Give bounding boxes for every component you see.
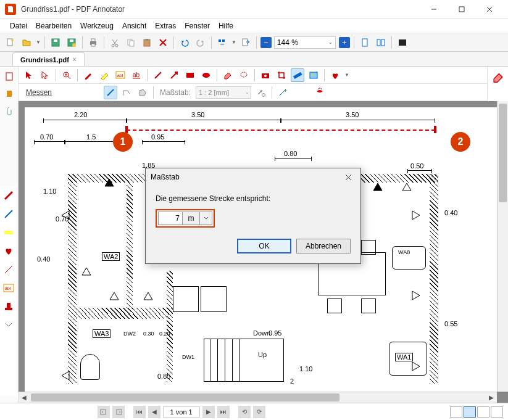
panel-attachment-icon[interactable] — [2, 104, 17, 118]
next-page-button[interactable]: ▶ — [202, 406, 215, 418]
new-button[interactable] — [4, 36, 17, 49]
single-page-button[interactable] — [358, 36, 372, 49]
pan-icon[interactable] — [38, 68, 52, 82]
copy-button[interactable] — [124, 36, 138, 49]
layout-two-icon[interactable] — [477, 406, 489, 418]
last-page-button[interactable]: ⏭ — [217, 406, 230, 418]
dim-text: 1.10 — [299, 365, 312, 373]
tab-close-icon[interactable]: × — [73, 56, 77, 63]
thumb-next-icon[interactable] — [112, 406, 125, 418]
layout-continuous-icon[interactable] — [464, 406, 476, 418]
right-eraser-icon[interactable] — [491, 70, 505, 84]
text-underline-icon[interactable]: ab — [130, 68, 143, 82]
zoom-tool-icon[interactable] — [60, 68, 73, 82]
maximize-button[interactable] — [448, 0, 475, 19]
measure-label[interactable]: Messen — [22, 88, 56, 97]
distance-value-input[interactable] — [158, 212, 183, 225]
tab-grundriss1[interactable]: Grundriss1.pdf × — [12, 52, 85, 66]
find-dropdown[interactable]: ▼ — [231, 39, 236, 45]
save-as-button[interactable] — [65, 36, 78, 49]
page-indicator[interactable]: 1 von 1 — [163, 406, 200, 418]
fav-pen-red-icon[interactable] — [2, 189, 15, 202]
delete-button[interactable] — [156, 36, 170, 49]
menu-edit[interactable]: Bearbeiten — [32, 20, 75, 31]
panel-bookmark-icon[interactable] — [2, 86, 17, 101]
eraser-icon[interactable] — [221, 68, 235, 82]
cancel-button[interactable]: Abbrechen — [296, 239, 351, 253]
measure-icon[interactable] — [291, 68, 304, 82]
horizontal-scrollbar[interactable]: ◀ ▶ — [19, 392, 497, 403]
dialog-close-button[interactable] — [341, 171, 356, 183]
find-button[interactable] — [215, 36, 229, 49]
add-measure-icon[interactable]: + — [276, 86, 289, 99]
perimeter-tool-icon[interactable] — [120, 86, 133, 99]
area-tool-icon[interactable] — [136, 86, 149, 99]
ellipse-icon[interactable] — [199, 68, 213, 82]
image-tool-icon[interactable]: + — [307, 68, 320, 82]
favorites-dropdown[interactable]: ▼ — [344, 72, 349, 78]
redo-button[interactable] — [194, 36, 207, 49]
undo-button[interactable] — [178, 36, 191, 49]
menu-help[interactable]: Hilfe — [215, 20, 237, 31]
menu-view[interactable]: Ansicht — [119, 20, 150, 31]
crop-icon[interactable] — [275, 68, 288, 82]
scroll-left-icon[interactable]: ◀ — [19, 392, 30, 403]
arrow-icon[interactable] — [167, 68, 181, 82]
fav-heart-icon[interactable] — [2, 244, 15, 258]
fav-pen-blue-icon[interactable] — [2, 207, 15, 221]
close-button[interactable] — [475, 0, 503, 19]
delete-measure-icon[interactable] — [313, 86, 327, 99]
minimize-button[interactable] — [420, 0, 448, 19]
menu-window[interactable]: Fenster — [181, 20, 214, 31]
goto-button[interactable] — [239, 36, 252, 49]
prev-page-button[interactable]: ◀ — [148, 406, 160, 418]
fav-dropdown-icon[interactable] — [2, 318, 15, 332]
distance-tool-icon[interactable] — [104, 86, 117, 99]
fav-stamp-icon[interactable] — [2, 300, 15, 313]
ok-button[interactable]: OK — [237, 239, 291, 253]
fullscreen-button[interactable] — [396, 36, 409, 49]
svg-line-35 — [5, 210, 12, 218]
fav-text-abl-icon[interactable]: abl — [2, 281, 15, 295]
panel-page-icon[interactable] — [2, 69, 17, 84]
layout-two-cont-icon[interactable] — [491, 406, 503, 418]
menu-tool[interactable]: Werkzeug — [77, 20, 117, 31]
scrollbar-thumb[interactable] — [499, 104, 507, 202]
unit-dropdown-button[interactable] — [200, 212, 212, 225]
layout-single-icon[interactable] — [450, 406, 462, 418]
cut-button[interactable] — [108, 36, 122, 49]
zoom-in-button[interactable]: + — [339, 37, 350, 48]
zoom-out-button[interactable]: − — [260, 37, 272, 48]
pen-icon[interactable] — [81, 68, 95, 82]
svg-rect-13 — [91, 44, 95, 46]
text-tool-icon[interactable]: abl — [114, 68, 127, 82]
thumb-prev-icon[interactable] — [98, 406, 110, 418]
menu-file[interactable]: Datei — [6, 20, 31, 31]
open-button[interactable] — [20, 36, 33, 49]
zoom-dropdown[interactable]: ⌄ — [328, 39, 333, 45]
open-dropdown[interactable]: ▼ — [36, 39, 41, 45]
fav-pen-thin-icon[interactable] — [2, 263, 15, 276]
snapshot-icon[interactable] — [259, 68, 272, 82]
two-page-button[interactable] — [374, 36, 388, 49]
print-button[interactable] — [86, 36, 100, 49]
save-button[interactable] — [49, 36, 62, 49]
history-back-button[interactable]: ⟲ — [238, 406, 251, 418]
first-page-button[interactable]: ⏮ — [133, 406, 146, 418]
line-icon[interactable] — [151, 68, 165, 82]
pointer-icon[interactable] — [22, 68, 36, 82]
favorites-icon[interactable] — [328, 68, 342, 82]
rect-icon[interactable] — [183, 68, 197, 82]
calibrate-icon[interactable] — [254, 86, 268, 99]
zoom-input[interactable] — [274, 36, 336, 49]
scroll-right-icon[interactable]: ▶ — [486, 392, 497, 403]
dialog-title-bar[interactable]: Maßstab — [146, 168, 360, 186]
fav-hl-yellow-icon[interactable] — [2, 226, 15, 239]
history-fwd-button[interactable]: ⟳ — [253, 406, 265, 418]
menu-extras[interactable]: Extras — [151, 20, 180, 31]
lasso-icon[interactable] — [237, 68, 251, 82]
vertical-scrollbar[interactable] — [497, 101, 508, 392]
scrollbar-thumb[interactable] — [31, 393, 339, 401]
marker-icon[interactable] — [98, 68, 111, 82]
paste-button[interactable] — [140, 36, 154, 49]
